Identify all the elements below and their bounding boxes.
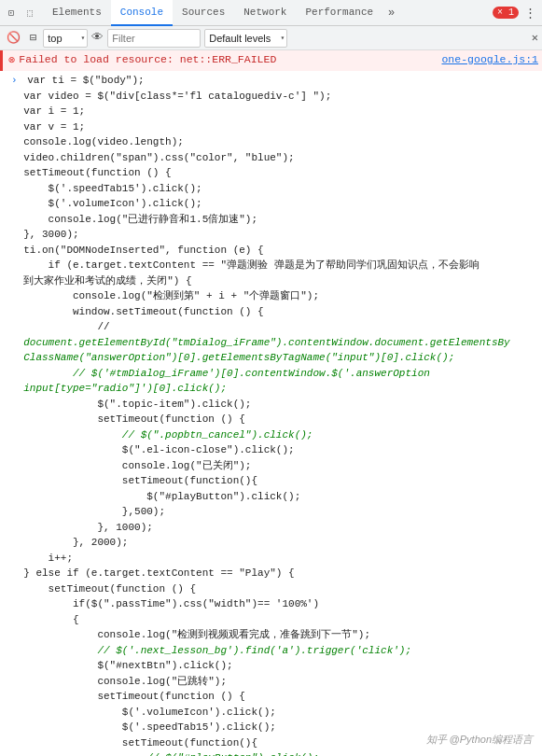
error-source-link[interactable]: one-google.js:1 xyxy=(441,52,538,68)
eye-icon[interactable]: 👁 xyxy=(91,31,104,45)
close-icon[interactable]: ✕ xyxy=(532,31,538,45)
dock-icon[interactable]: ⊡ xyxy=(4,6,19,21)
levels-wrap: Default levels ▾ xyxy=(204,29,287,48)
more-tabs-button[interactable]: » xyxy=(384,7,398,20)
tab-elements[interactable]: Elements xyxy=(43,0,111,26)
watermark: 知乎 @Python编程语言 xyxy=(426,733,533,747)
tab-network[interactable]: Network xyxy=(234,0,296,26)
tab-sources[interactable]: Sources xyxy=(173,0,234,26)
console-output: ⊗ Failed to load resource: net::ERR_FAIL… xyxy=(0,50,542,756)
console-toolbar: 🚫 ⊟ top ▾ 👁 Default levels ▾ ✕ xyxy=(0,26,542,50)
toggle-drawer-button[interactable]: ⊟ xyxy=(27,33,39,44)
tab-performance[interactable]: Performance xyxy=(296,0,382,26)
context-selector-wrap: top ▾ xyxy=(43,29,88,48)
filter-input[interactable] xyxy=(107,29,201,48)
more-options-icon[interactable]: ⋮ xyxy=(522,6,538,21)
input-prompt-icon: › xyxy=(11,75,18,86)
clear-console-button[interactable]: 🚫 xyxy=(4,33,23,44)
tab-console[interactable]: Console xyxy=(111,0,173,26)
tab-bar: ⊡ ⬚ Elements Console Sources Network Per… xyxy=(0,0,542,26)
error-badge: × 1 xyxy=(493,7,519,19)
error-message-line: ⊗ Failed to load resource: net::ERR_FAIL… xyxy=(0,50,542,71)
console-code-block: › var ti = $("body"); var video = $("div… xyxy=(0,71,542,756)
context-select[interactable]: top xyxy=(43,29,88,48)
levels-select[interactable]: Default levels xyxy=(204,29,287,48)
error-text: Failed to load resource: net::ERR_FAILED xyxy=(19,52,438,68)
error-icon: ⊗ xyxy=(8,53,15,69)
inspect-icon[interactable]: ⬚ xyxy=(22,6,37,21)
devtools-icons: ⊡ ⬚ xyxy=(4,6,37,21)
